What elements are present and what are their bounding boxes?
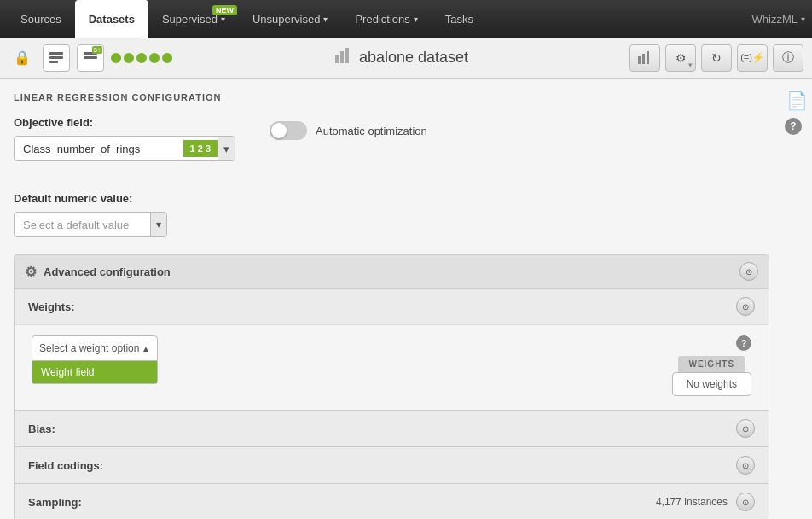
bias-collapse-btn[interactable]: ⊙ [736,419,755,438]
weights-help-icon[interactable]: ? [736,335,751,351]
svg-rect-9 [642,54,645,64]
svg-rect-1 [49,56,63,59]
advanced-gear-icon: ⚙ [25,264,37,280]
nav-supervised[interactable]: Supervised NEW ▾ [148,0,239,38]
objective-field-label: Objective field: [14,116,235,129]
objective-dropdown-arrow[interactable]: ▾ [218,137,235,160]
new-badge: NEW [212,5,237,15]
nav-tasks-label: Tasks [445,13,473,26]
nav-predictions[interactable]: Predictions ▾ [341,0,431,38]
chart-icon [334,46,352,69]
predictions-arrow: ▾ [414,15,418,24]
bias-label: Bias: [28,423,55,435]
svg-rect-6 [340,51,344,63]
settings-btn[interactable]: ⚙ ▾ [665,44,696,72]
toolbar-right-actions: ⚙ ▾ ↻ (=)⚡ ⓘ [629,44,803,72]
svg-rect-8 [638,56,641,64]
svg-rect-4 [84,56,97,59]
section-title-text: LINEAR REGRESSION CONFIGURATION [14,92,221,102]
svg-rect-10 [647,51,649,64]
dot-1 [111,53,121,63]
advanced-config-header[interactable]: ⚙ Advanced configuration ⊙ [14,255,768,288]
weights-header[interactable]: Weights: ⊙ [14,289,768,324]
objective-field-section: Objective field: Class_number_of_rings 1… [14,116,235,161]
no-weights-button[interactable]: No weights [672,372,751,396]
nav-brand[interactable]: WhizzML ▾ [752,13,805,26]
field-codings-section[interactable]: Field codings: ⊙ [14,446,768,483]
brand-arrow: ▾ [801,15,805,24]
progress-dots [111,53,172,63]
info-btn[interactable]: ⓘ [773,44,803,72]
nav-sources-label: Sources [20,13,61,26]
auto-opt-toggle[interactable] [270,121,307,140]
weights-label: Weights: [28,300,75,313]
advanced-config-label: Advanced configuration [44,265,171,278]
weight-dropdown: Weight field [32,361,158,384]
dot-5 [162,53,172,63]
bias-section[interactable]: Bias: ⊙ [14,410,768,446]
lock-icon[interactable]: 🔒 [9,44,36,72]
field-codings-collapse-btn[interactable]: ⊙ [736,456,755,475]
pdf-icon[interactable]: 📄 [785,89,809,113]
weights-section: Weights: ⊙ Select a weight option ▲ Weig… [14,288,768,410]
dataset-icon[interactable] [43,44,70,72]
toolbar: 🔒 3↑ abalone dataset ⚙ ▾ ↻ (=)⚡ ⓘ [0,38,812,79]
default-numeric-section: Default numeric value: Select a default … [14,192,769,237]
sampling-value: 4,177 instances [656,496,728,508]
section-title: LINEAR REGRESSION CONFIGURATION [14,92,769,102]
advanced-config-section: ⚙ Advanced configuration ⊙ Weights: ⊙ Se… [14,254,769,519]
stats-btn[interactable] [629,44,660,72]
auto-optimization-section: Automatic optimization [270,116,427,140]
weight-dropdown-wrapper: Select a weight option ▲ Weight field [32,335,158,361]
page-title: abalone dataset [179,46,623,69]
unsupervised-arrow: ▾ [323,15,328,24]
brand-label: WhizzML [752,13,798,26]
weights-content: Select a weight option ▲ Weight field ? … [14,324,768,410]
model-icon[interactable]: 3↑ [77,44,104,72]
default-value-select[interactable]: Select a default value ▾ [14,212,167,237]
nav-datasets[interactable]: Datasets [75,0,148,38]
settings-arrow: ▾ [688,61,693,69]
config-form-row: Objective field: Class_number_of_rings 1… [14,116,769,178]
refresh-btn[interactable]: ↻ [701,44,732,72]
sampling-collapse-btn[interactable]: ⊙ [736,493,755,511]
nav-tasks[interactable]: Tasks [432,0,487,38]
toggle-knob [271,123,287,138]
objective-field-select[interactable]: Class_number_of_rings 1 2 3 ▾ [14,136,235,161]
field-codings-label: Field codings: [28,459,103,472]
weights-label-bar: WEIGHTS [678,356,745,372]
nav-unsupervised-label: Unsupervised [252,13,321,26]
nav-datasets-label: Datasets [89,13,135,26]
nav-sources[interactable]: Sources [7,0,75,38]
navbar: Sources Datasets Supervised NEW ▾ Unsupe… [0,0,812,38]
weight-select-text: Select a weight option [39,342,139,354]
weight-select[interactable]: Select a weight option ▲ [32,335,158,361]
svg-rect-5 [335,55,339,63]
sampling-section[interactable]: Sampling: 4,177 instances ⊙ [14,483,768,519]
weight-select-arrow: ▲ [142,344,150,353]
field-type-badge: 1 2 3 [183,140,218,157]
weight-field-option[interactable]: Weight field [32,361,157,383]
sampling-label: Sampling: [28,496,82,509]
supervised-arrow: ▾ [221,15,225,24]
nav-supervised-label: Supervised [162,13,218,26]
help-icon[interactable]: ? [785,118,802,135]
objective-field-value: Class_number_of_rings [14,143,183,155]
weights-collapse-btn[interactable]: ⊙ [736,297,755,316]
default-value-arrow[interactable]: ▾ [150,213,166,236]
svg-rect-0 [49,52,63,55]
svg-rect-7 [345,48,349,63]
dataset-title: abalone dataset [359,49,468,67]
dot-3 [136,53,147,63]
weights-right-panel: ? WEIGHTS No weights [672,335,751,396]
svg-rect-2 [49,61,58,63]
dot-4 [149,53,160,63]
nav-unsupervised[interactable]: Unsupervised ▾ [239,0,342,38]
default-value-text: Select a default value [14,219,150,231]
nav-predictions-label: Predictions [355,13,409,26]
advanced-collapse-btn[interactable]: ⊙ [740,262,758,281]
default-numeric-label: Default numeric value: [14,192,769,205]
code-btn[interactable]: (=)⚡ [737,44,768,72]
auto-opt-label: Automatic optimization [316,125,427,137]
dot-2 [124,53,134,63]
